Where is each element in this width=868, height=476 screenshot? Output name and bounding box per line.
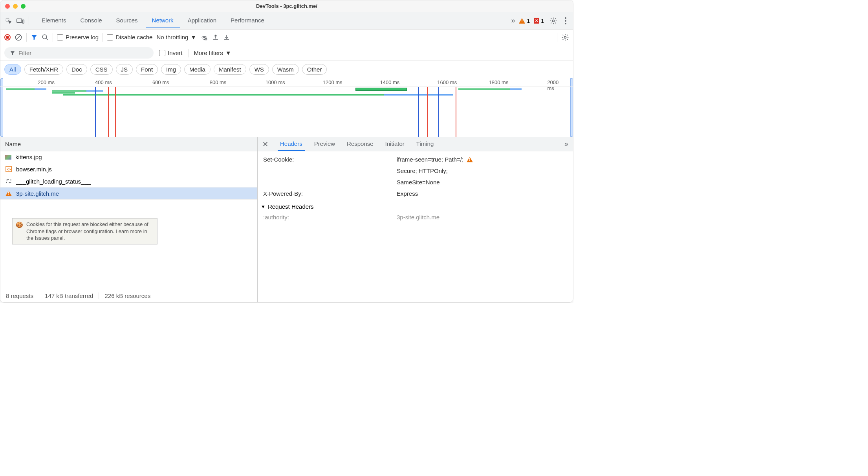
type-chip-js[interactable]: JS <box>116 64 133 75</box>
tab-application[interactable]: Application <box>181 13 223 28</box>
detail-tab-preview[interactable]: Preview <box>312 137 337 151</box>
tick: 1400 ms <box>380 79 400 85</box>
tab-console[interactable]: Console <box>74 13 108 28</box>
svg-line-10 <box>46 38 48 40</box>
tab-performance[interactable]: Performance <box>224 13 271 28</box>
tab-network[interactable]: Network <box>146 13 180 28</box>
type-chip-media[interactable]: Media <box>184 64 211 75</box>
type-chip-all[interactable]: All <box>4 64 21 75</box>
type-chip-css[interactable]: CSS <box>90 64 113 75</box>
disclosure-triangle-icon: ▼ <box>261 204 266 210</box>
header-name: Set-Cookie: <box>263 156 393 163</box>
detail-tab-response[interactable]: Response <box>344 137 376 151</box>
chevron-down-icon: ▼ <box>190 34 196 40</box>
inspect-icon[interactable] <box>3 15 15 27</box>
window-close-button[interactable] <box>5 4 10 9</box>
tick: 600 ms <box>152 79 169 85</box>
tooltip-text: Cookies for this request are blocked eit… <box>26 221 154 242</box>
more-tabs-icon[interactable]: » <box>507 15 519 27</box>
type-chip-ws[interactable]: WS <box>249 64 269 75</box>
close-detail-icon[interactable]: ✕ <box>262 140 271 149</box>
timeline-handle-right[interactable] <box>570 78 573 137</box>
request-row[interactable]: kittens.jpg <box>0 151 257 163</box>
svg-point-12 <box>205 38 207 40</box>
network-settings-icon[interactable] <box>561 33 569 41</box>
request-name: kittens.jpg <box>15 154 42 160</box>
warning-icon <box>519 18 525 24</box>
window-minimize-button[interactable] <box>13 4 18 9</box>
tab-elements[interactable]: Elements <box>35 13 73 28</box>
kebab-menu-icon[interactable] <box>563 15 568 26</box>
column-header-name[interactable]: Name <box>0 137 257 151</box>
svg-point-9 <box>42 35 47 39</box>
type-chip-font[interactable]: Font <box>136 64 158 75</box>
filter-toggle-icon[interactable] <box>31 34 38 41</box>
preserve-log-label: Preserve log <box>66 34 99 40</box>
detail-tab-initiator[interactable]: Initiator <box>383 137 407 151</box>
request-row[interactable]: ___glitch_loading_status___ <box>0 175 257 187</box>
detail-tab-headers[interactable]: Headers <box>278 137 305 151</box>
header-row: SameSite=None <box>258 176 573 188</box>
search-icon[interactable] <box>42 34 49 41</box>
detail-tabs: ✕ Headers Preview Response Initiator Tim… <box>258 137 573 151</box>
type-chip-manifest[interactable]: Manifest <box>214 64 246 75</box>
header-value: SameSite=None <box>397 179 568 186</box>
device-toggle-icon[interactable] <box>15 15 26 27</box>
disable-cache-checkbox[interactable]: Disable cache <box>107 34 152 40</box>
detail-tab-timing[interactable]: Timing <box>414 137 436 151</box>
clear-icon[interactable] <box>15 33 22 41</box>
warnings-count: 1 <box>527 18 530 24</box>
filter-text-field[interactable] <box>18 50 148 56</box>
errors-count: 1 <box>541 18 544 24</box>
tick: 400 ms <box>95 79 112 85</box>
network-conditions-icon[interactable] <box>200 34 208 41</box>
tick: 1000 ms <box>266 79 285 85</box>
request-row[interactable]: 3p-site.glitch.me <box>0 187 257 200</box>
window-title: DevTools - 3pc.glitch.me/ <box>256 3 317 9</box>
tick: 1800 ms <box>489 79 509 85</box>
more-detail-tabs-icon[interactable]: » <box>564 140 568 148</box>
errors-badge[interactable]: ✕ 1 <box>534 18 544 24</box>
svg-point-3 <box>553 20 555 22</box>
svg-rect-1 <box>17 19 22 22</box>
export-har-icon[interactable] <box>212 34 219 41</box>
status-requests: 8 requests <box>0 292 39 299</box>
throttling-select[interactable]: No throttling ▼ <box>156 34 196 40</box>
tick: 1200 ms <box>323 79 342 85</box>
request-row[interactable]: <> bowser.min.js <box>0 163 257 175</box>
invert-checkbox[interactable]: Invert <box>159 50 183 56</box>
throttling-value: No throttling <box>156 34 188 40</box>
timeline-handle-left[interactable] <box>0 78 3 137</box>
filter-input[interactable] <box>4 47 154 59</box>
more-filters-label: More filters <box>194 50 223 56</box>
request-headers-section[interactable]: ▼ Request Headers <box>258 199 573 211</box>
status-bar: 8 requests 147 kB transferred 226 kB res… <box>0 289 257 302</box>
type-chip-doc[interactable]: Doc <box>66 64 87 75</box>
type-chip-wasm[interactable]: Wasm <box>272 64 299 75</box>
preserve-log-checkbox[interactable]: Preserve log <box>57 34 99 40</box>
type-chip-other[interactable]: Other <box>302 64 327 75</box>
request-list-pane: Name kittens.jpg <> bowser.min.js ___g <box>0 137 258 302</box>
error-icon: ✕ <box>534 18 539 24</box>
image-file-icon <box>5 155 11 160</box>
tick: 1600 ms <box>437 79 457 85</box>
header-value: 3p-site.glitch.me <box>397 214 568 221</box>
timeline-ruler: 200 ms 400 ms 600 ms 800 ms 1000 ms 1200… <box>0 78 573 87</box>
svg-point-5 <box>565 20 566 22</box>
record-button[interactable] <box>4 34 11 40</box>
type-chip-fetchxhr[interactable]: Fetch/XHR <box>24 64 63 75</box>
window-maximize-button[interactable] <box>21 4 26 9</box>
more-filters-dropdown[interactable]: More filters ▼ <box>194 50 231 56</box>
timeline-overview[interactable]: 200 ms 400 ms 600 ms 800 ms 1000 ms 1200… <box>0 78 573 137</box>
tab-sources[interactable]: Sources <box>110 13 144 28</box>
header-value: iframe-seen=true; Path=/; <box>397 156 568 163</box>
type-chip-img[interactable]: Img <box>161 64 181 75</box>
tick: 800 ms <box>210 79 227 85</box>
tick: 200 ms <box>38 79 55 85</box>
settings-icon[interactable] <box>548 15 559 26</box>
main-tabbar: Elements Console Sources Network Applica… <box>0 12 573 29</box>
svg-point-17 <box>11 180 11 180</box>
header-row: X-Powered-By: Express <box>258 188 573 199</box>
import-har-icon[interactable] <box>223 34 230 41</box>
warnings-badge[interactable]: 1 <box>519 18 530 24</box>
